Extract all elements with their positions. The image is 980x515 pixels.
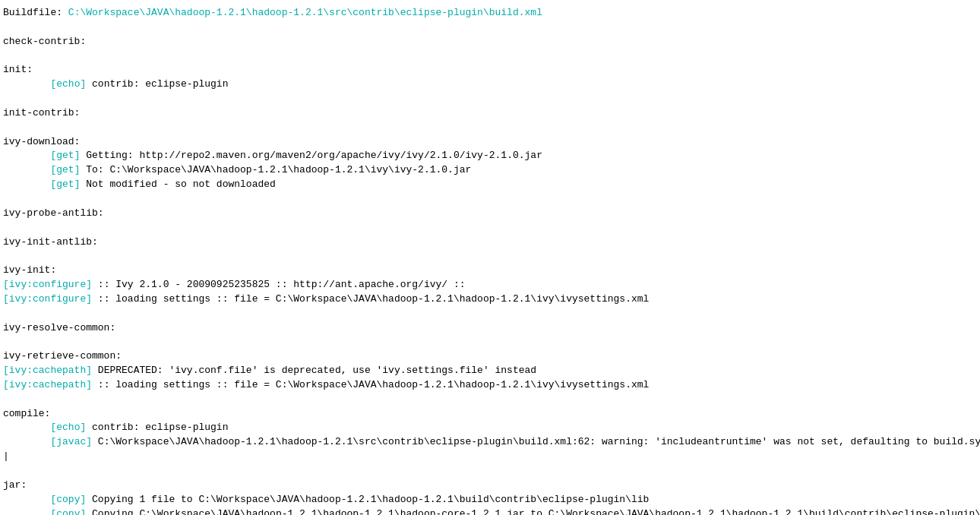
console-line: [ivy:configure] :: loading settings :: f… [3,292,977,307]
console-line [3,335,977,349]
console-line: ivy-retrieve-common: [3,349,977,364]
console-line [3,221,977,235]
console-line: [ivy:cachepath] :: loading settings :: f… [3,378,977,393]
console-line: init: [3,63,977,77]
console-line [3,121,977,135]
console-line [3,249,977,264]
console-line: ivy-probe-antlib: [3,207,977,221]
console-line: ivy-resolve-common: [3,321,977,336]
console-line: init-contrib: [3,106,977,121]
console-line [3,21,977,35]
console-line: | [3,450,977,464]
console-line: [get] Getting: http://repo2.maven.org/ma… [3,149,977,163]
console-line: ivy-init-antlib: [3,235,977,250]
console-line: [javac] C:\Workspace\JAVA\hadoop-1.2.1\h… [3,435,977,450]
console-line: [copy] Copying C:\Workspace\JAVA\hadoop-… [3,507,977,515]
console-line: jar: [3,479,977,493]
console-line: [ivy:cachepath] DEPRECATED: 'ivy.conf.fi… [3,364,977,378]
console-line: ivy-download: [3,135,977,150]
console-line [3,92,977,106]
console-line: [get] Not modified - so not downloaded [3,178,977,192]
console-line: ivy-init: [3,264,977,278]
console-line [3,49,977,64]
console-line: Buildfile: C:\Workspace\JAVA\hadoop-1.2.… [3,6,977,21]
console-line: [get] To: C:\Workspace\JAVA\hadoop-1.2.1… [3,163,977,178]
console-line: [ivy:configure] :: Ivy 2.1.0 - 200909252… [3,278,977,292]
console-output: Buildfile: C:\Workspace\JAVA\hadoop-1.2.… [3,6,977,515]
console-line: [echo] contrib: eclipse-plugin [3,421,977,435]
console-line [3,192,977,207]
console-line: [copy] Copying 1 file to C:\Workspace\JA… [3,493,977,507]
console-line: compile: [3,407,977,422]
console-line [3,307,977,321]
console-line [3,464,977,479]
console-line: check-contrib: [3,35,977,49]
console-line: [echo] contrib: eclipse-plugin [3,77,977,92]
console-line [3,393,977,407]
